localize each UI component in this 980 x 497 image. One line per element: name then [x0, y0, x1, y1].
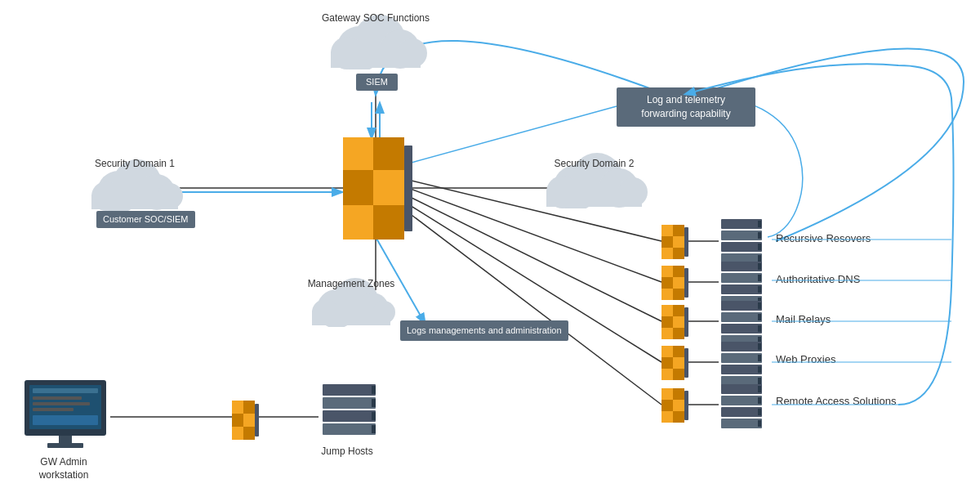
- label-recursive-resolvers: Recursive Resovers: [776, 232, 871, 244]
- svg-rect-109: [721, 262, 762, 271]
- svg-rect-88: [662, 357, 673, 369]
- label-jump-hosts: Jump Hosts: [314, 446, 380, 459]
- svg-rect-66: [662, 248, 673, 259]
- svg-rect-131: [758, 366, 761, 373]
- security-domain1-label: Security Domain 1: [95, 158, 175, 169]
- svg-rect-155: [33, 415, 98, 425]
- svg-rect-94: [662, 388, 673, 400]
- security-domain2-cloud: Security Domain 2: [535, 143, 653, 208]
- svg-rect-114: [758, 275, 761, 281]
- svg-rect-98: [662, 411, 673, 423]
- firewall-mail-relays: [660, 305, 688, 339]
- svg-rect-67: [673, 248, 684, 259]
- svg-rect-97: [673, 400, 684, 411]
- svg-rect-99: [673, 411, 684, 423]
- svg-rect-147: [372, 412, 376, 420]
- svg-rect-157: [47, 443, 83, 448]
- svg-rect-63: [673, 225, 684, 236]
- server-web-proxies: [717, 342, 766, 387]
- svg-rect-47: [373, 137, 404, 170]
- svg-rect-127: [721, 365, 762, 374]
- label-web-proxies: Web Proxies: [776, 353, 835, 365]
- svg-rect-148: [372, 425, 376, 433]
- svg-rect-64: [662, 236, 673, 248]
- firewall-authoritative-dns: [660, 266, 688, 300]
- svg-rect-90: [662, 369, 673, 380]
- svg-rect-26: [331, 51, 421, 68]
- gateway-soc-cloud: Gateway SOC Functions: [318, 4, 433, 69]
- svg-rect-129: [758, 343, 761, 350]
- gw-admin-workstation: [23, 380, 111, 454]
- svg-rect-87: [673, 346, 684, 357]
- server-remote-access: [717, 384, 766, 429]
- svg-rect-106: [758, 232, 761, 239]
- label-authoritative-dns: Authoritative DNS: [776, 273, 860, 285]
- svg-rect-115: [758, 286, 761, 293]
- svg-rect-44: [312, 311, 390, 325]
- svg-rect-79: [673, 305, 684, 316]
- svg-rect-72: [662, 277, 673, 289]
- svg-rect-74: [662, 289, 673, 300]
- svg-rect-60: [255, 404, 259, 437]
- firewall-remote-access: [660, 388, 688, 423]
- svg-rect-146: [372, 399, 376, 407]
- svg-rect-46: [343, 137, 373, 170]
- firewall-web-proxies: [660, 346, 688, 380]
- svg-rect-154: [33, 408, 74, 411]
- svg-rect-80: [662, 316, 673, 328]
- svg-rect-139: [758, 409, 761, 415]
- siem-badge: SIEM: [356, 74, 398, 91]
- server-recursive: [717, 219, 766, 264]
- svg-rect-156: [59, 436, 72, 444]
- svg-rect-138: [758, 397, 761, 404]
- svg-rect-111: [721, 284, 762, 294]
- svg-rect-91: [673, 369, 684, 380]
- svg-rect-81: [673, 316, 684, 328]
- svg-rect-108: [758, 255, 761, 262]
- svg-rect-135: [721, 407, 762, 417]
- svg-rect-48: [343, 170, 373, 205]
- svg-rect-134: [721, 396, 762, 405]
- svg-rect-102: [721, 231, 762, 240]
- svg-rect-145: [372, 386, 376, 394]
- svg-line-12: [408, 213, 662, 405]
- svg-rect-71: [673, 266, 684, 277]
- svg-rect-151: [33, 388, 98, 393]
- svg-rect-132: [758, 378, 761, 384]
- connection-lines: [0, 0, 980, 497]
- diagram-container: Gateway SOC Functions SIEM Log and telem…: [0, 0, 980, 497]
- svg-rect-119: [721, 324, 762, 334]
- svg-rect-59: [243, 427, 255, 440]
- svg-rect-52: [404, 146, 412, 231]
- svg-rect-95: [673, 388, 684, 400]
- svg-rect-84: [684, 307, 688, 337]
- logs-management-box: Logs managements and administration: [400, 320, 568, 341]
- label-mail-relays: Mail Relays: [776, 313, 831, 325]
- svg-rect-103: [721, 242, 762, 252]
- management-zones-label: Management Zones: [308, 278, 395, 289]
- svg-rect-62: [662, 225, 673, 236]
- svg-rect-105: [758, 221, 761, 227]
- svg-rect-50: [343, 205, 373, 240]
- small-firewall-left: [230, 401, 259, 440]
- firewall-recursive: [660, 225, 688, 259]
- svg-line-10: [408, 196, 662, 321]
- svg-rect-82: [662, 328, 673, 339]
- svg-rect-56: [232, 414, 243, 427]
- svg-rect-122: [758, 314, 761, 320]
- svg-rect-78: [662, 305, 673, 316]
- server-jump-hosts: [318, 384, 380, 437]
- svg-rect-101: [721, 219, 762, 229]
- svg-rect-65: [673, 236, 684, 248]
- svg-rect-32: [91, 195, 178, 209]
- central-firewall: [339, 137, 412, 240]
- svg-rect-38: [546, 190, 642, 207]
- svg-rect-137: [758, 386, 761, 392]
- right-label-lines: [0, 0, 980, 497]
- svg-rect-140: [758, 420, 761, 427]
- svg-rect-136: [721, 419, 762, 428]
- svg-rect-83: [673, 328, 684, 339]
- security-domain2-label: Security Domain 2: [554, 158, 634, 169]
- svg-rect-86: [662, 346, 673, 357]
- server-authoritative-dns: [717, 262, 766, 307]
